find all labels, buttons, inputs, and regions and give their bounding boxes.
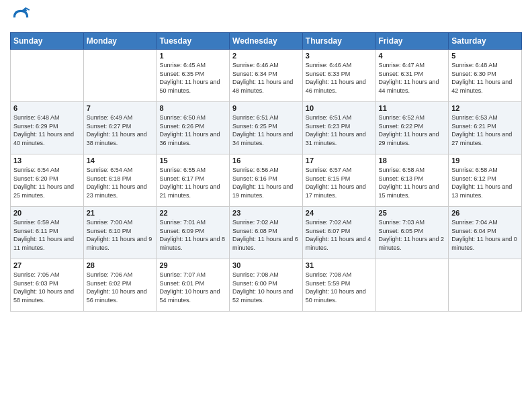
day-info: Sunrise: 6:51 AM Sunset: 6:23 PM Dayligh… bbox=[306, 113, 373, 147]
calendar-cell: 27Sunrise: 7:05 AM Sunset: 6:03 PM Dayli… bbox=[11, 259, 84, 312]
day-info: Sunrise: 6:52 AM Sunset: 6:22 PM Dayligh… bbox=[379, 113, 446, 147]
day-info: Sunrise: 6:46 AM Sunset: 6:34 PM Dayligh… bbox=[232, 61, 300, 95]
day-number: 11 bbox=[379, 104, 446, 112]
day-number: 2 bbox=[232, 52, 300, 60]
day-info: Sunrise: 6:48 AM Sunset: 6:29 PM Dayligh… bbox=[13, 113, 81, 147]
day-info: Sunrise: 6:55 AM Sunset: 6:17 PM Dayligh… bbox=[159, 166, 226, 199]
day-info: Sunrise: 7:02 AM Sunset: 6:07 PM Dayligh… bbox=[306, 218, 373, 252]
day-number: 21 bbox=[87, 209, 154, 217]
day-number: 30 bbox=[232, 261, 300, 269]
day-info: Sunrise: 6:47 AM Sunset: 6:31 PM Dayligh… bbox=[379, 61, 446, 95]
day-number: 28 bbox=[87, 261, 154, 269]
day-info: Sunrise: 6:59 AM Sunset: 6:11 PM Dayligh… bbox=[13, 218, 81, 252]
day-number: 25 bbox=[379, 209, 446, 217]
calendar-cell: 28Sunrise: 7:06 AM Sunset: 6:02 PM Dayli… bbox=[83, 259, 157, 312]
calendar-table: SundayMondayTuesdayWednesdayThursdayFrid… bbox=[10, 32, 522, 312]
day-number: 10 bbox=[306, 104, 373, 112]
day-info: Sunrise: 7:01 AM Sunset: 6:09 PM Dayligh… bbox=[159, 218, 226, 252]
calendar-cell: 17Sunrise: 6:57 AM Sunset: 6:15 PM Dayli… bbox=[302, 154, 375, 207]
day-info: Sunrise: 6:48 AM Sunset: 6:30 PM Dayligh… bbox=[451, 61, 519, 95]
calendar-cell: 26Sunrise: 7:04 AM Sunset: 6:04 PM Dayli… bbox=[449, 207, 522, 259]
week-row-5: 27Sunrise: 7:05 AM Sunset: 6:03 PM Dayli… bbox=[11, 259, 522, 312]
day-info: Sunrise: 7:02 AM Sunset: 6:08 PM Dayligh… bbox=[232, 218, 300, 252]
day-info: Sunrise: 6:57 AM Sunset: 6:15 PM Dayligh… bbox=[306, 166, 373, 199]
calendar-cell: 25Sunrise: 7:03 AM Sunset: 6:05 PM Dayli… bbox=[375, 207, 449, 259]
day-header-thursday: Thursday bbox=[302, 33, 375, 50]
calendar-cell: 21Sunrise: 7:00 AM Sunset: 6:10 PM Dayli… bbox=[83, 207, 157, 259]
calendar-cell: 1Sunrise: 6:45 AM Sunset: 6:35 PM Daylig… bbox=[157, 50, 230, 102]
day-info: Sunrise: 6:54 AM Sunset: 6:18 PM Dayligh… bbox=[87, 166, 154, 199]
day-number: 4 bbox=[379, 52, 446, 60]
day-number: 7 bbox=[87, 104, 154, 112]
calendar-cell: 24Sunrise: 7:02 AM Sunset: 6:07 PM Dayli… bbox=[302, 207, 375, 259]
day-info: Sunrise: 6:54 AM Sunset: 6:20 PM Dayligh… bbox=[13, 166, 81, 199]
calendar-cell: 10Sunrise: 6:51 AM Sunset: 6:23 PM Dayli… bbox=[302, 102, 375, 154]
calendar-cell: 18Sunrise: 6:58 AM Sunset: 6:13 PM Dayli… bbox=[375, 154, 449, 207]
day-header-saturday: Saturday bbox=[449, 33, 522, 50]
day-header-friday: Friday bbox=[375, 33, 449, 50]
week-row-1: 1Sunrise: 6:45 AM Sunset: 6:35 PM Daylig… bbox=[11, 50, 522, 102]
calendar-cell bbox=[11, 50, 84, 102]
day-number: 8 bbox=[159, 104, 226, 112]
day-number: 19 bbox=[451, 156, 519, 165]
day-number: 1 bbox=[159, 52, 226, 60]
day-info: Sunrise: 6:46 AM Sunset: 6:33 PM Dayligh… bbox=[306, 61, 373, 95]
day-info: Sunrise: 6:58 AM Sunset: 6:13 PM Dayligh… bbox=[379, 166, 446, 199]
day-number: 13 bbox=[13, 156, 81, 165]
calendar-cell: 20Sunrise: 6:59 AM Sunset: 6:11 PM Dayli… bbox=[11, 207, 84, 259]
day-header-tuesday: Tuesday bbox=[157, 33, 230, 50]
calendar-cell: 7Sunrise: 6:49 AM Sunset: 6:27 PM Daylig… bbox=[83, 102, 157, 154]
day-info: Sunrise: 6:51 AM Sunset: 6:25 PM Dayligh… bbox=[232, 113, 300, 147]
calendar-cell bbox=[375, 259, 449, 312]
calendar-cell: 14Sunrise: 6:54 AM Sunset: 6:18 PM Dayli… bbox=[83, 154, 157, 207]
calendar-cell: 23Sunrise: 7:02 AM Sunset: 6:08 PM Dayli… bbox=[230, 207, 303, 259]
day-number: 14 bbox=[87, 156, 154, 165]
logo-icon bbox=[10, 7, 32, 28]
calendar-cell bbox=[83, 50, 157, 102]
day-info: Sunrise: 7:08 AM Sunset: 6:00 PM Dayligh… bbox=[232, 271, 300, 304]
day-info: Sunrise: 6:45 AM Sunset: 6:35 PM Dayligh… bbox=[159, 61, 226, 95]
day-number: 15 bbox=[159, 156, 226, 165]
day-number: 3 bbox=[306, 52, 373, 60]
day-number: 31 bbox=[306, 261, 373, 269]
day-info: Sunrise: 6:50 AM Sunset: 6:26 PM Dayligh… bbox=[159, 113, 226, 147]
day-number: 26 bbox=[451, 209, 519, 217]
day-info: Sunrise: 7:05 AM Sunset: 6:03 PM Dayligh… bbox=[13, 271, 81, 304]
day-number: 9 bbox=[232, 104, 300, 112]
calendar-cell: 6Sunrise: 6:48 AM Sunset: 6:29 PM Daylig… bbox=[11, 102, 84, 154]
calendar-cell: 5Sunrise: 6:48 AM Sunset: 6:30 PM Daylig… bbox=[449, 50, 522, 102]
calendar-cell: 2Sunrise: 6:46 AM Sunset: 6:34 PM Daylig… bbox=[230, 50, 303, 102]
day-number: 29 bbox=[159, 261, 226, 269]
logo bbox=[10, 7, 34, 28]
calendar-cell: 22Sunrise: 7:01 AM Sunset: 6:09 PM Dayli… bbox=[157, 207, 230, 259]
week-row-3: 13Sunrise: 6:54 AM Sunset: 6:20 PM Dayli… bbox=[11, 154, 522, 207]
day-number: 27 bbox=[13, 261, 81, 269]
day-header-wednesday: Wednesday bbox=[230, 33, 303, 50]
day-number: 12 bbox=[451, 104, 519, 112]
day-info: Sunrise: 6:56 AM Sunset: 6:16 PM Dayligh… bbox=[232, 166, 300, 199]
day-info: Sunrise: 6:58 AM Sunset: 6:12 PM Dayligh… bbox=[451, 166, 519, 199]
calendar-cell: 29Sunrise: 7:07 AM Sunset: 6:01 PM Dayli… bbox=[157, 259, 230, 312]
day-info: Sunrise: 7:06 AM Sunset: 6:02 PM Dayligh… bbox=[87, 271, 154, 304]
calendar-cell: 12Sunrise: 6:53 AM Sunset: 6:21 PM Dayli… bbox=[449, 102, 522, 154]
calendar-cell: 8Sunrise: 6:50 AM Sunset: 6:26 PM Daylig… bbox=[157, 102, 230, 154]
page: SundayMondayTuesdayWednesdayThursdayFrid… bbox=[0, 0, 532, 411]
calendar-cell: 30Sunrise: 7:08 AM Sunset: 6:00 PM Dayli… bbox=[230, 259, 303, 312]
calendar-cell: 11Sunrise: 6:52 AM Sunset: 6:22 PM Dayli… bbox=[375, 102, 449, 154]
day-headers-row: SundayMondayTuesdayWednesdayThursdayFrid… bbox=[11, 33, 522, 50]
day-number: 5 bbox=[451, 52, 519, 60]
calendar-cell: 31Sunrise: 7:08 AM Sunset: 5:59 PM Dayli… bbox=[302, 259, 375, 312]
day-number: 16 bbox=[232, 156, 300, 165]
day-number: 17 bbox=[306, 156, 373, 165]
day-header-monday: Monday bbox=[83, 33, 157, 50]
day-info: Sunrise: 7:00 AM Sunset: 6:10 PM Dayligh… bbox=[87, 218, 154, 252]
calendar-cell: 3Sunrise: 6:46 AM Sunset: 6:33 PM Daylig… bbox=[302, 50, 375, 102]
calendar-cell: 4Sunrise: 6:47 AM Sunset: 6:31 PM Daylig… bbox=[375, 50, 449, 102]
day-number: 24 bbox=[306, 209, 373, 217]
day-info: Sunrise: 6:53 AM Sunset: 6:21 PM Dayligh… bbox=[451, 113, 519, 147]
calendar-cell: 13Sunrise: 6:54 AM Sunset: 6:20 PM Dayli… bbox=[11, 154, 84, 207]
day-info: Sunrise: 7:08 AM Sunset: 5:59 PM Dayligh… bbox=[306, 271, 373, 304]
calendar-cell: 15Sunrise: 6:55 AM Sunset: 6:17 PM Dayli… bbox=[157, 154, 230, 207]
week-row-4: 20Sunrise: 6:59 AM Sunset: 6:11 PM Dayli… bbox=[11, 207, 522, 259]
calendar-cell: 9Sunrise: 6:51 AM Sunset: 6:25 PM Daylig… bbox=[230, 102, 303, 154]
